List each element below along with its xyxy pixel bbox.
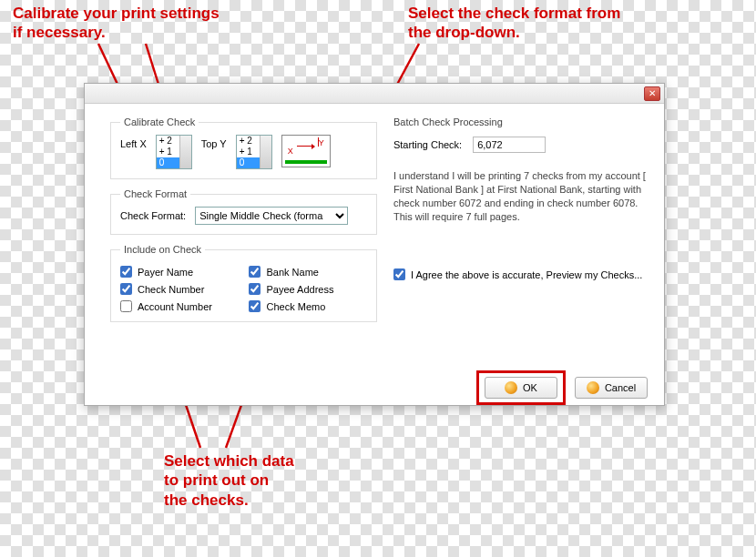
agree-checkbox[interactable] <box>393 268 405 280</box>
leftx-label: Left X <box>120 135 147 149</box>
confirm-text: I understand I will be printing 7 checks… <box>393 169 648 223</box>
calibrate-group: Calibrate Check Left X + 2 + 1 0 Top Y +… <box>110 116 377 179</box>
calibrate-legend: Calibrate Check <box>120 116 199 127</box>
include-checkbox[interactable] <box>120 266 132 278</box>
include-item: Payer Name <box>120 266 238 278</box>
starting-check-input[interactable] <box>473 137 546 153</box>
leftx-spinner[interactable]: + 2 + 1 0 <box>156 135 192 169</box>
include-checkbox[interactable] <box>120 283 132 295</box>
topy-label: Top Y <box>201 135 227 149</box>
include-label: Check Number <box>138 284 204 295</box>
include-checkbox[interactable] <box>249 266 261 278</box>
ok-highlight: OK <box>476 370 566 405</box>
topy-spinner[interactable]: + 2 + 1 0 <box>236 135 272 169</box>
check-format-group: Check Format Check Format: Single Middle… <box>110 188 377 235</box>
include-label: Check Memo <box>266 301 325 312</box>
include-checkbox[interactable] <box>249 283 261 295</box>
include-item: Account Number <box>120 300 238 312</box>
include-label: Payer Name <box>138 267 193 278</box>
include-item: Payee Address <box>249 283 366 295</box>
agree-label[interactable]: I Agree the above is accurate, Preview m… <box>411 269 642 280</box>
include-label: Account Number <box>138 301 212 312</box>
calibrate-preview-icon: Y X <box>281 135 331 167</box>
annotation-calibrate: Calibrate your print settings if necessa… <box>13 4 220 43</box>
include-label: Bank Name <box>266 267 318 278</box>
batch-heading: Batch Check Processing <box>393 116 648 127</box>
include-item: Bank Name <box>249 266 366 278</box>
cancel-icon <box>587 381 599 394</box>
annotation-include: Select which data to print out on the ch… <box>164 451 294 510</box>
include-label: Payee Address <box>266 284 333 295</box>
check-format-select[interactable]: Single Middle Check (forma <box>195 207 348 225</box>
dialog-footer: OK Cancel <box>85 370 664 406</box>
annotation-format: Select the check format from the drop-do… <box>408 4 620 43</box>
include-item: Check Number <box>120 283 238 295</box>
starting-check-label: Starting Check: <box>393 139 462 150</box>
cancel-button[interactable]: Cancel <box>575 377 648 399</box>
close-button[interactable]: ✕ <box>644 86 660 101</box>
include-checkbox[interactable] <box>120 300 132 312</box>
ok-button[interactable]: OK <box>485 377 557 399</box>
print-checks-dialog: ✕ Calibrate Check Left X + 2 + 1 0 Top Y… <box>84 83 665 406</box>
check-format-legend: Check Format <box>120 188 190 199</box>
include-checkbox[interactable] <box>249 300 261 312</box>
ok-icon <box>505 381 517 394</box>
include-group: Include on Check Payer NameBank NameChec… <box>110 244 377 322</box>
include-item: Check Memo <box>249 300 366 312</box>
titlebar: ✕ <box>85 84 664 104</box>
check-format-label: Check Format: <box>120 210 186 221</box>
include-legend: Include on Check <box>120 244 205 255</box>
